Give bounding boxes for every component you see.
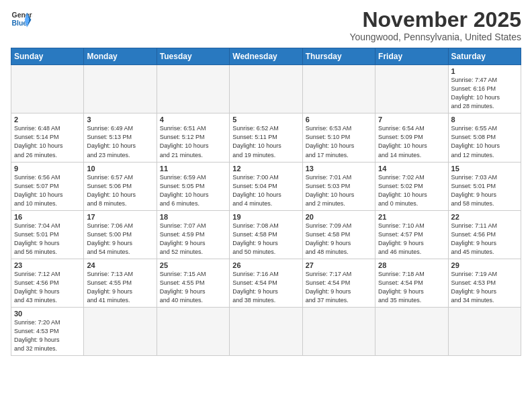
- calendar-week-row: 1Sunrise: 7:47 AM Sunset: 6:16 PM Daylig…: [11, 65, 521, 113]
- day-number: 20: [306, 213, 372, 221]
- calendar-day-cell: [448, 308, 521, 356]
- calendar-day-cell: 16Sunrise: 7:04 AM Sunset: 5:01 PM Dayli…: [11, 210, 84, 259]
- day-number: 1: [451, 67, 518, 75]
- calendar-day-cell: 11Sunrise: 6:59 AM Sunset: 5:05 PM Dayli…: [157, 162, 229, 210]
- day-of-week-header: Sunday: [11, 48, 84, 65]
- day-info: Sunrise: 6:51 AM Sunset: 5:12 PM Dayligh…: [160, 124, 226, 159]
- day-number: 24: [87, 261, 153, 269]
- calendar-day-cell: 2Sunrise: 6:48 AM Sunset: 5:14 PM Daylig…: [11, 113, 84, 162]
- day-info: Sunrise: 7:17 AM Sunset: 4:54 PM Dayligh…: [306, 270, 372, 305]
- day-number: 5: [232, 116, 299, 124]
- calendar-day-cell: [84, 65, 157, 113]
- day-number: 29: [451, 261, 518, 269]
- day-info: Sunrise: 6:56 AM Sunset: 5:07 PM Dayligh…: [14, 173, 81, 208]
- day-number: 12: [232, 165, 299, 173]
- day-of-week-header: Wednesday: [230, 48, 302, 65]
- calendar-day-cell: 14Sunrise: 7:02 AM Sunset: 5:02 PM Dayli…: [375, 162, 448, 210]
- calendar-day-cell: [302, 65, 375, 113]
- day-number: 18: [160, 213, 226, 221]
- calendar-day-cell: [230, 308, 302, 356]
- day-of-week-header: Thursday: [302, 48, 375, 65]
- day-info: Sunrise: 6:55 AM Sunset: 5:08 PM Dayligh…: [451, 124, 518, 159]
- day-number: 30: [14, 310, 81, 318]
- day-info: Sunrise: 7:19 AM Sunset: 4:53 PM Dayligh…: [451, 270, 518, 305]
- day-number: 28: [378, 261, 445, 269]
- calendar-day-cell: 8Sunrise: 6:55 AM Sunset: 5:08 PM Daylig…: [448, 113, 521, 162]
- calendar-day-cell: 29Sunrise: 7:19 AM Sunset: 4:53 PM Dayli…: [448, 259, 521, 307]
- calendar-day-cell: 21Sunrise: 7:10 AM Sunset: 4:57 PM Dayli…: [375, 210, 448, 259]
- calendar-day-cell: 10Sunrise: 6:57 AM Sunset: 5:06 PM Dayli…: [84, 162, 157, 210]
- day-number: 9: [14, 165, 81, 173]
- day-info: Sunrise: 7:03 AM Sunset: 5:01 PM Dayligh…: [451, 173, 518, 208]
- day-info: Sunrise: 7:01 AM Sunset: 5:03 PM Dayligh…: [306, 173, 372, 208]
- calendar-day-cell: 4Sunrise: 6:51 AM Sunset: 5:12 PM Daylig…: [157, 113, 229, 162]
- day-info: Sunrise: 7:15 AM Sunset: 4:55 PM Dayligh…: [160, 270, 226, 305]
- day-number: 15: [451, 165, 518, 173]
- calendar-header-row: SundayMondayTuesdayWednesdayThursdayFrid…: [11, 48, 521, 65]
- day-info: Sunrise: 7:47 AM Sunset: 6:16 PM Dayligh…: [451, 76, 518, 111]
- day-number: 27: [306, 261, 372, 269]
- day-number: 13: [306, 165, 372, 173]
- calendar-day-cell: 15Sunrise: 7:03 AM Sunset: 5:01 PM Dayli…: [448, 162, 521, 210]
- calendar-subtitle: Youngwood, Pennsylvania, United States: [349, 32, 521, 42]
- calendar-day-cell: 22Sunrise: 7:11 AM Sunset: 4:56 PM Dayli…: [448, 210, 521, 259]
- day-info: Sunrise: 7:08 AM Sunset: 4:58 PM Dayligh…: [232, 222, 299, 257]
- day-number: 17: [87, 213, 153, 221]
- day-number: 19: [232, 213, 299, 221]
- calendar-day-cell: [84, 308, 157, 356]
- page: General Blue November 2025 Youngwood, Pe…: [0, 0, 532, 361]
- calendar-day-cell: 12Sunrise: 7:00 AM Sunset: 5:04 PM Dayli…: [230, 162, 302, 210]
- day-number: 10: [87, 165, 153, 173]
- day-of-week-header: Tuesday: [157, 48, 229, 65]
- calendar-day-cell: 30Sunrise: 7:20 AM Sunset: 4:53 PM Dayli…: [11, 308, 84, 356]
- day-number: 11: [160, 165, 226, 173]
- calendar-day-cell: 25Sunrise: 7:15 AM Sunset: 4:55 PM Dayli…: [157, 259, 229, 307]
- day-info: Sunrise: 7:13 AM Sunset: 4:55 PM Dayligh…: [87, 270, 153, 305]
- day-number: 21: [378, 213, 445, 221]
- calendar-week-row: 2Sunrise: 6:48 AM Sunset: 5:14 PM Daylig…: [11, 113, 521, 162]
- calendar-day-cell: [157, 65, 229, 113]
- svg-text:Blue: Blue: [12, 19, 28, 27]
- day-number: 16: [14, 213, 81, 221]
- day-number: 8: [451, 116, 518, 124]
- day-number: 2: [14, 116, 81, 124]
- calendar-table: SundayMondayTuesdayWednesdayThursdayFrid…: [11, 48, 521, 356]
- calendar-day-cell: 7Sunrise: 6:54 AM Sunset: 5:09 PM Daylig…: [375, 113, 448, 162]
- day-info: Sunrise: 6:54 AM Sunset: 5:09 PM Dayligh…: [378, 124, 445, 159]
- day-info: Sunrise: 6:53 AM Sunset: 5:10 PM Dayligh…: [306, 124, 372, 159]
- calendar-day-cell: 24Sunrise: 7:13 AM Sunset: 4:55 PM Dayli…: [84, 259, 157, 307]
- calendar-day-cell: 19Sunrise: 7:08 AM Sunset: 4:58 PM Dayli…: [230, 210, 302, 259]
- day-info: Sunrise: 6:49 AM Sunset: 5:13 PM Dayligh…: [87, 124, 153, 159]
- day-info: Sunrise: 7:06 AM Sunset: 5:00 PM Dayligh…: [87, 222, 153, 257]
- calendar-day-cell: [230, 65, 302, 113]
- calendar-day-cell: 20Sunrise: 7:09 AM Sunset: 4:58 PM Dayli…: [302, 210, 375, 259]
- logo: General Blue: [11, 8, 32, 30]
- calendar-day-cell: 26Sunrise: 7:16 AM Sunset: 4:54 PM Dayli…: [230, 259, 302, 307]
- day-of-week-header: Monday: [84, 48, 157, 65]
- day-info: Sunrise: 7:00 AM Sunset: 5:04 PM Dayligh…: [232, 173, 299, 208]
- day-info: Sunrise: 7:20 AM Sunset: 4:53 PM Dayligh…: [14, 318, 81, 353]
- day-info: Sunrise: 7:18 AM Sunset: 4:54 PM Dayligh…: [378, 270, 445, 305]
- day-number: 26: [232, 261, 299, 269]
- calendar-week-row: 16Sunrise: 7:04 AM Sunset: 5:01 PM Dayli…: [11, 210, 521, 259]
- day-number: 4: [160, 116, 226, 124]
- calendar-day-cell: [302, 308, 375, 356]
- calendar-day-cell: 17Sunrise: 7:06 AM Sunset: 5:00 PM Dayli…: [84, 210, 157, 259]
- calendar-week-row: 23Sunrise: 7:12 AM Sunset: 4:56 PM Dayli…: [11, 259, 521, 307]
- header: General Blue November 2025 Youngwood, Pe…: [11, 8, 521, 42]
- day-number: 6: [306, 116, 372, 124]
- day-info: Sunrise: 7:02 AM Sunset: 5:02 PM Dayligh…: [378, 173, 445, 208]
- day-number: 25: [160, 261, 226, 269]
- day-info: Sunrise: 7:10 AM Sunset: 4:57 PM Dayligh…: [378, 222, 445, 257]
- calendar-day-cell: 13Sunrise: 7:01 AM Sunset: 5:03 PM Dayli…: [302, 162, 375, 210]
- calendar-day-cell: 9Sunrise: 6:56 AM Sunset: 5:07 PM Daylig…: [11, 162, 84, 210]
- calendar-day-cell: [375, 65, 448, 113]
- calendar-day-cell: 23Sunrise: 7:12 AM Sunset: 4:56 PM Dayli…: [11, 259, 84, 307]
- day-info: Sunrise: 6:48 AM Sunset: 5:14 PM Dayligh…: [14, 124, 81, 159]
- day-number: 14: [378, 165, 445, 173]
- day-info: Sunrise: 7:16 AM Sunset: 4:54 PM Dayligh…: [232, 270, 299, 305]
- day-info: Sunrise: 7:11 AM Sunset: 4:56 PM Dayligh…: [451, 222, 518, 257]
- calendar-day-cell: [11, 65, 84, 113]
- day-info: Sunrise: 6:59 AM Sunset: 5:05 PM Dayligh…: [160, 173, 226, 208]
- calendar-title: November 2025: [349, 8, 521, 32]
